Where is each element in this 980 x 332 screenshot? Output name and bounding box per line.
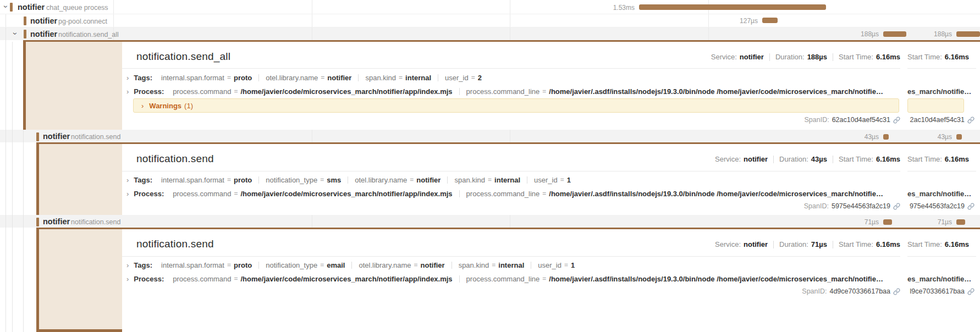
service-label: Service: [711,53,737,61]
detail-header-divider [122,171,900,171]
process-item: process.command=/home/javier/code/micros… [173,275,452,283]
span-duration-label: 43µs [839,133,879,141]
copy-link-icon [967,288,975,295]
tag-item: otel.library.name=notifier [355,176,441,184]
tag-item: span.kind=internal [365,74,431,82]
tag-separator [258,176,259,184]
tag-item: span.kind=internal [454,176,520,184]
collapse-chevron-icon[interactable]: › [12,30,19,37]
start-time-value: 6.16ms [876,155,900,163]
row-highlight [0,215,980,228]
overflow-duration-label: 43µs [912,133,952,141]
tag-separator [351,262,352,269]
span-operation-name: notification.send_all [58,31,119,38]
tag-separator [358,74,359,81]
detail-panel-top-border [36,142,980,144]
service-value: notifier [740,53,764,61]
meta-separator [773,156,774,163]
copy-link-icon[interactable] [893,288,900,295]
span-color-bar [36,218,39,226]
service-label: Service: [715,240,741,248]
span-id-value: 5975e44563fa2c19 [832,202,890,210]
span-duration-bar[interactable] [762,18,778,23]
copy-link-icon [967,117,975,124]
tag-separator [531,262,531,269]
expanded-span-gutter [36,144,122,215]
chevron-right-icon: › [126,176,129,184]
timeline-gridline [510,0,510,40]
overflow-span-id: 2ac10d4aef54c31 [907,116,975,124]
process-label: Process: [134,87,164,96]
overflow-header-divider [907,256,976,257]
span-service-name: notifier [30,16,57,25]
span-duration-bar[interactable] [883,219,892,225]
span-detail-title: notification.send_all [136,51,230,63]
span-id-label: SpanID: [802,287,827,295]
meta-separator [833,241,833,248]
span-color-bar [24,16,26,25]
overflow-process-tail: es_march/notifie… [907,190,971,198]
row-divider [0,27,980,27]
tag-item: notification_type=email [266,261,345,269]
span-duration-label: 1.53ms [595,4,635,12]
span-operation-name: notification.send [71,133,120,141]
process-item: process.command_line=/home/javier/.asdf/… [466,190,883,198]
tag-item: user_id=1 [538,261,575,269]
span-id-row: SpanID: 5975e44563fa2c19 [804,202,900,210]
span-detail-title: notification.send [136,238,214,250]
timeline-gridline [312,130,312,142]
copy-link-icon[interactable] [893,203,900,210]
timeline-gridline [510,130,510,142]
span-duration-bar[interactable] [883,31,906,37]
process-item: process.command_line=/home/javier/.asdf/… [466,275,883,283]
process-separator [459,275,460,283]
tags-label: Tags: [134,74,152,82]
collapse-chevron-icon[interactable]: › [2,3,10,10]
tag-separator [258,262,259,269]
service-value: notifier [744,240,768,248]
start-time-value: 6.16ms [876,53,900,61]
tag-item: user_id=2 [445,74,482,82]
detail-panel-top-border [36,228,980,229]
warnings-accordion[interactable]: › Warnings (1) [133,98,899,113]
span-duration-bar[interactable] [883,134,889,140]
overflow-duration-label: 71µs [912,218,952,226]
process-accordion[interactable]: › Process: process.command=/home/javier/… [126,273,900,284]
duration-value: 188µs [807,53,827,61]
overflow-duration-bar [956,134,962,140]
span-color-bar [36,132,39,141]
tag-separator [447,176,448,184]
expanded-span-accent-edge [36,229,39,332]
expanded-span-gutter [36,229,122,332]
meta-separator [833,53,833,61]
span-id-label: SpanID: [804,202,829,210]
chevron-right-icon: › [126,87,129,96]
span-operation-name: chat_queue process [46,4,108,12]
process-accordion[interactable]: › Process: process.command=/home/javier/… [126,188,900,199]
overflow-duration-bar [956,219,965,225]
tag-item: notification_type=sms [266,176,341,184]
tag-separator [452,262,452,269]
copy-link-icon [967,203,975,210]
duration-label: Duration: [779,240,808,248]
span-detail-meta: Service: notifier Duration: 188µs Start … [711,53,900,61]
overflow-warnings-box [907,98,964,113]
tags-accordion[interactable]: › Tags: internal.span.format=proto otel.… [126,72,900,83]
detail-header-divider [122,256,900,257]
tags-accordion[interactable]: › Tags: internal.span.format=proto notif… [126,259,900,270]
span-duration-bar[interactable] [639,4,826,10]
span-duration-label: 71µs [839,218,879,226]
row-highlight [0,130,980,142]
process-item: process.command=/home/javier/code/micros… [173,87,452,96]
next-row-accent-fragment [36,329,122,332]
chevron-right-icon: › [126,275,129,283]
span-service-name: notifier [18,3,45,12]
process-accordion[interactable]: › Process: process.command=/home/javier/… [126,86,900,97]
tag-item: otel.library.name=notifier [359,261,444,269]
tags-accordion[interactable]: › Tags: internal.span.format=proto notif… [126,174,900,185]
copy-link-icon[interactable] [893,117,900,124]
timeline-gridline [510,215,510,228]
tag-item: span.kind=internal [459,261,525,269]
span-id-row: SpanID: 4d9ce70336617baa [802,287,900,295]
expanded-span-accent-edge [36,144,39,215]
